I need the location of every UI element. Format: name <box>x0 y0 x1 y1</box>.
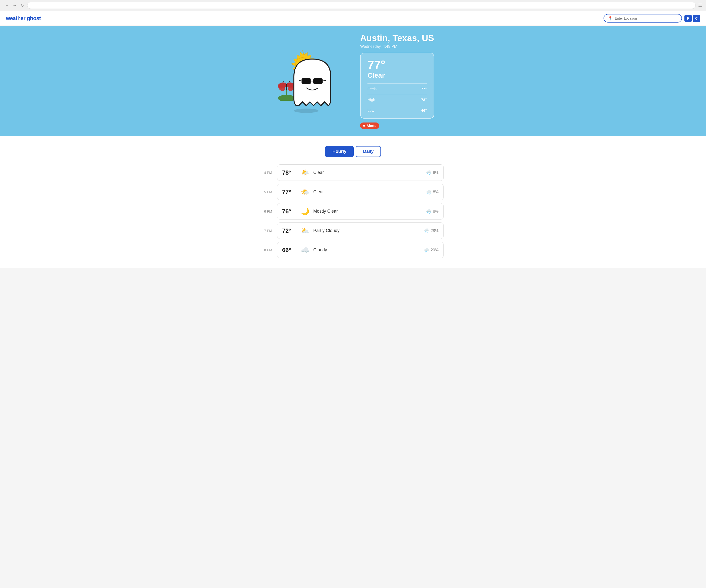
high-label: High <box>367 97 375 102</box>
app-header: weather ghost 📍 F C <box>0 11 706 26</box>
weather-info: Austin, Texas, US Wednesday, 4:49 PM 77°… <box>360 33 434 129</box>
browser-chrome: ← → ↻ ☰ <box>0 0 706 11</box>
ghost-shadow <box>294 109 318 113</box>
hourly-card: 72° ⛅ Partly Cloudy 🌧️ 28% <box>277 222 444 239</box>
hour-precip: 🌧️ 28% <box>424 228 438 234</box>
hour-precip: 🌧️ 20% <box>424 247 438 253</box>
hourly-row: 8 PM 66° ☁️ Cloudy 🌧️ 20% <box>262 242 444 258</box>
hour-temp: 78° <box>282 169 297 176</box>
rain-icon: 🌧️ <box>426 209 431 214</box>
weather-datetime: Wednesday, 4:49 PM <box>360 44 434 49</box>
svg-rect-17 <box>302 78 311 84</box>
location-pin-icon: 📍 <box>608 16 613 20</box>
hour-weather-icon: ⛅ <box>301 226 309 235</box>
card-divider-3 <box>367 105 427 105</box>
card-divider <box>367 83 427 84</box>
svg-point-12 <box>286 84 287 90</box>
feels-like-row: Feels 77° <box>367 86 427 92</box>
hourly-list: 4 PM 78° 🌤️ Clear 🌧️ 8% 5 PM 77° 🌤️ Clea… <box>262 164 444 258</box>
rain-icon: 🌧️ <box>424 228 429 234</box>
low-value: 46° <box>421 108 427 113</box>
celsius-button[interactable]: C <box>693 15 700 22</box>
rain-icon: 🌧️ <box>426 170 431 175</box>
fahrenheit-button[interactable]: F <box>684 15 692 22</box>
hour-label: 8 PM <box>262 248 272 252</box>
high-value: 78° <box>421 97 427 102</box>
feels-label: Feels <box>367 87 377 91</box>
hero-section: Austin, Texas, US Wednesday, 4:49 PM 77°… <box>0 26 706 136</box>
hourly-row: 5 PM 77° 🌤️ Clear 🌧️ 8% <box>262 184 444 200</box>
card-divider-2 <box>367 94 427 94</box>
unit-toggle: F C <box>684 15 700 22</box>
hourly-row: 7 PM 72° ⛅ Partly Cloudy 🌧️ 28% <box>262 222 444 239</box>
hour-condition: Clear <box>313 170 422 175</box>
weather-card: 77° Clear Feels 77° High 78° Low 46° <box>360 53 434 119</box>
tab-daily[interactable]: Daily <box>356 146 381 157</box>
location-input[interactable] <box>615 16 677 20</box>
svg-point-14 <box>283 81 284 82</box>
hour-weather-icon: 🌙 <box>301 207 309 215</box>
hour-label: 7 PM <box>262 229 272 233</box>
back-button[interactable]: ← <box>4 3 10 8</box>
precip-value: 8% <box>433 209 438 214</box>
alerts-badge[interactable]: Alerts <box>360 123 379 129</box>
hour-temp: 66° <box>282 247 297 254</box>
ghost-illustration <box>272 47 341 115</box>
hour-precip: 🌧️ 8% <box>426 170 438 175</box>
hourly-card: 76° 🌙 Mostly Clear 🌧️ 8% <box>277 203 444 219</box>
high-temp-row: High 78° <box>367 97 427 102</box>
url-bar[interactable] <box>27 2 696 9</box>
svg-point-16 <box>289 81 290 82</box>
hour-temp: 76° <box>282 208 297 215</box>
browser-nav: ← → ↻ <box>4 3 25 8</box>
rain-icon: 🌧️ <box>424 247 429 253</box>
feels-value: 77° <box>421 87 427 91</box>
header-right: 📍 F C <box>603 14 700 23</box>
app-logo: weather ghost <box>6 15 41 22</box>
browser-menu-icon[interactable]: ☰ <box>698 3 702 8</box>
rain-icon: 🌧️ <box>426 190 431 195</box>
hour-label: 6 PM <box>262 209 272 213</box>
alerts-label: Alerts <box>366 124 376 128</box>
hour-condition: Mostly Clear <box>313 209 422 214</box>
alert-dot-icon <box>363 125 365 127</box>
precip-value: 8% <box>433 190 438 194</box>
hour-label: 4 PM <box>262 171 272 175</box>
hourly-row: 6 PM 76° 🌙 Mostly Clear 🌧️ 8% <box>262 203 444 219</box>
hour-temp: 77° <box>282 188 297 196</box>
hour-weather-icon: ☁️ <box>301 246 309 254</box>
hour-condition: Cloudy <box>313 247 420 253</box>
tab-row: Hourly Daily <box>5 146 701 157</box>
current-temp: 77° <box>367 58 427 72</box>
hour-temp: 72° <box>282 227 297 234</box>
city-name: Austin, Texas, US <box>360 33 434 43</box>
hourly-card: 66° ☁️ Cloudy 🌧️ 20% <box>277 242 444 258</box>
svg-rect-18 <box>314 78 322 84</box>
precip-value: 8% <box>433 171 438 175</box>
hour-condition: Clear <box>313 190 422 195</box>
precip-value: 20% <box>431 248 438 252</box>
main-content: Hourly Daily 4 PM 78° 🌤️ Clear 🌧️ 8% 5 P… <box>0 136 706 268</box>
forward-button[interactable]: → <box>12 3 17 8</box>
hour-label: 5 PM <box>262 190 272 194</box>
low-label: Low <box>367 108 374 113</box>
hour-precip: 🌧️ 8% <box>426 209 438 214</box>
current-condition: Clear <box>367 72 427 79</box>
hour-condition: Partly Cloudy <box>313 228 420 233</box>
hourly-row: 4 PM 78° 🌤️ Clear 🌧️ 8% <box>262 164 444 181</box>
tab-hourly[interactable]: Hourly <box>325 146 354 157</box>
precip-value: 28% <box>431 228 438 233</box>
hour-weather-icon: 🌤️ <box>301 169 309 177</box>
hour-weather-icon: 🌤️ <box>301 188 309 196</box>
hourly-card: 77° 🌤️ Clear 🌧️ 8% <box>277 184 444 200</box>
hourly-card: 78° 🌤️ Clear 🌧️ 8% <box>277 164 444 181</box>
ghost-body-icon <box>291 56 333 111</box>
hour-precip: 🌧️ 8% <box>426 190 438 195</box>
low-temp-row: Low 46° <box>367 108 427 113</box>
refresh-button[interactable]: ↻ <box>19 3 25 8</box>
location-input-wrapper: 📍 <box>603 14 682 23</box>
